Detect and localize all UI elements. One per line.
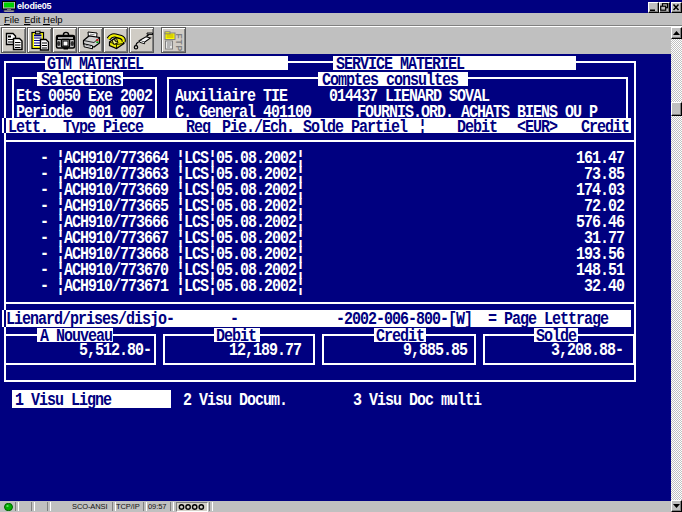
- svg-text:P: P: [174, 46, 184, 52]
- svg-text:F: F: [174, 34, 184, 39]
